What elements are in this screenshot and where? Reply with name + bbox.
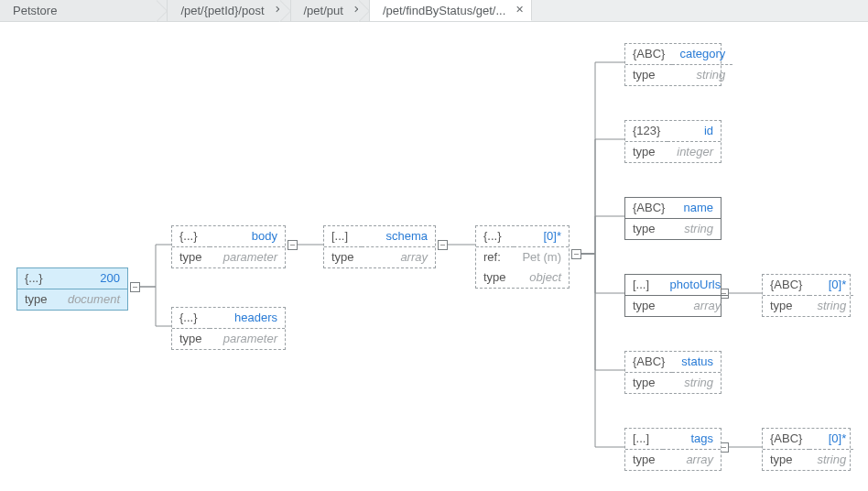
node-photo-item[interactable]: {ABC} [0]* type string: [762, 274, 851, 317]
toggle-icon[interactable]: –: [571, 249, 581, 259]
prop-key: type: [625, 450, 663, 471]
node-photourls[interactable]: [...] photoUrls type array: [624, 274, 722, 317]
tab-label: /pet/findByStatus/get/...: [383, 4, 505, 17]
node-headers[interactable]: {...} headers type parameter: [171, 307, 286, 350]
kind-icon: [...]: [625, 429, 663, 450]
prop-val: object: [514, 267, 569, 288]
node-schema[interactable]: [...] schema type array: [323, 225, 436, 268]
prop-key: ref:: [476, 247, 514, 268]
kind-icon: {ABC}: [763, 429, 809, 450]
node-title: [0]*: [809, 429, 853, 450]
tab-label: /pet/put: [304, 4, 343, 17]
node-body[interactable]: {...} body type parameter: [171, 225, 286, 268]
kind-icon: {ABC}: [625, 44, 672, 65]
node-tags[interactable]: [...] tags type array: [624, 428, 722, 471]
node-title: tags: [663, 429, 721, 450]
prop-key: type: [172, 329, 210, 350]
node-title: name: [672, 198, 721, 219]
prop-val: string: [672, 219, 721, 240]
tab-pet-post[interactable]: /pet/{petId}/post ✕: [168, 0, 290, 21]
node-status[interactable]: {ABC} status type string: [624, 351, 722, 394]
prop-val: parameter: [210, 247, 285, 268]
prop-val: string: [672, 373, 721, 394]
node-name[interactable]: {ABC} name type string: [624, 197, 722, 240]
node-title: id: [667, 121, 721, 142]
toggle-icon[interactable]: –: [288, 240, 298, 250]
prop-val: integer: [667, 142, 721, 163]
node-id[interactable]: {123} id type integer: [624, 120, 722, 163]
kind-icon: {...}: [476, 226, 514, 247]
prop-val: array: [362, 247, 435, 268]
node-title: body: [210, 226, 285, 247]
node-title: category: [672, 44, 732, 65]
kind-icon: {...}: [172, 226, 210, 247]
prop-val: array: [663, 450, 721, 471]
node-pet[interactable]: {...} [0]* ref: Pet (m) type object: [475, 225, 570, 289]
node-title: [0]*: [514, 226, 569, 247]
prop-key: type: [625, 142, 667, 163]
prop-key: type: [763, 296, 809, 317]
node-category[interactable]: {ABC} category type string: [624, 43, 722, 86]
kind-icon: {ABC}: [625, 352, 672, 373]
prop-val: string: [809, 296, 853, 317]
prop-key: type: [625, 373, 672, 394]
node-title: status: [672, 352, 721, 373]
prop-key: type: [625, 296, 663, 317]
diagram-canvas: – – – – – – {...} 200 type document {...…: [0, 22, 868, 491]
node-root[interactable]: {...} 200 type document: [16, 267, 128, 311]
prop-val: document: [55, 289, 127, 311]
kind-icon: {ABC}: [763, 275, 809, 296]
prop-key: type: [17, 289, 55, 311]
close-icon[interactable]: ✕: [515, 4, 524, 16]
prop-key: type: [625, 219, 672, 240]
toggle-icon[interactable]: –: [438, 240, 448, 250]
node-title: [0]*: [809, 275, 853, 296]
tab-label: /pet/{petId}/post: [180, 4, 264, 17]
node-title: headers: [210, 308, 285, 329]
toggle-icon[interactable]: –: [130, 282, 140, 292]
tab-findbystatus[interactable]: /pet/findByStatus/get/... ✕: [370, 0, 532, 21]
node-title: photoUrls: [663, 275, 729, 296]
prop-val: string: [809, 450, 853, 471]
node-title: 200: [55, 268, 127, 289]
tab-bar: Petstore /pet/{petId}/post ✕ /pet/put ✕ …: [0, 0, 868, 22]
prop-val: parameter: [210, 329, 285, 350]
node-tag-item[interactable]: {ABC} [0]* type string: [762, 428, 851, 471]
prop-val: array: [663, 296, 729, 317]
kind-icon: [...]: [625, 275, 663, 296]
prop-key: type: [324, 247, 362, 268]
kind-icon: {123}: [625, 121, 667, 142]
prop-val: string: [672, 65, 732, 86]
prop-key: type: [625, 65, 672, 86]
tab-petstore[interactable]: Petstore: [0, 0, 168, 21]
kind-icon: [...]: [324, 226, 362, 247]
node-title: schema: [362, 226, 435, 247]
kind-icon: {ABC}: [625, 198, 672, 219]
prop-val: Pet (m): [514, 247, 569, 268]
kind-icon: {...}: [17, 268, 55, 289]
prop-key: type: [763, 450, 809, 471]
prop-key: type: [476, 267, 514, 288]
kind-icon: {...}: [172, 308, 210, 329]
tab-label: Petstore: [13, 4, 57, 17]
prop-key: type: [172, 247, 210, 268]
